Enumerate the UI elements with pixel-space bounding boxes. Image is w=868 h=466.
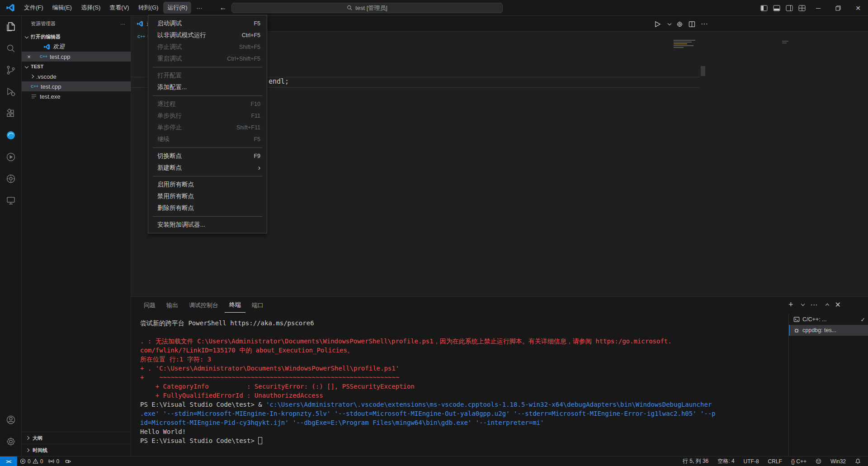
- terminal-output[interactable]: 尝试新的跨平台 PowerShell https://aka.ms/pscore…: [140, 319, 782, 445]
- sidebar-more-icon[interactable]: ···: [120, 21, 125, 27]
- cpp-file-icon: C++: [31, 84, 38, 89]
- menu-item[interactable]: 启用所有断点: [148, 179, 267, 190]
- panel-more-icon[interactable]: ···: [811, 301, 818, 309]
- menu-item: 停止调试Shift+F5: [148, 41, 267, 53]
- menu-edit[interactable]: 编辑(E): [48, 2, 76, 14]
- minimize-button[interactable]: ─: [808, 0, 828, 16]
- menu-item[interactable]: 切换断点F9: [148, 150, 267, 162]
- settings-gear-icon[interactable]: [0, 431, 21, 452]
- warning-triangle-icon: [33, 458, 38, 464]
- toggle-panel-icon[interactable]: [770, 2, 783, 14]
- menu-item-label: 添加配置...: [157, 83, 187, 91]
- terminal-item-cpp[interactable]: C/C++: ... ✓: [789, 314, 868, 325]
- terminal-item-cppdbg[interactable]: cppdbg: tes...: [789, 325, 868, 336]
- editor-scrollbar[interactable]: [701, 66, 705, 76]
- encoding-setting[interactable]: UTF-8: [741, 458, 762, 465]
- feedback-smiley-icon[interactable]: [813, 458, 824, 464]
- maximize-button[interactable]: [828, 0, 848, 16]
- menu-run[interactable]: 运行(R): [163, 2, 191, 14]
- remote-explorer-icon[interactable]: [0, 190, 21, 211]
- terminal-text: Hello World!: [140, 428, 186, 435]
- timeline-label: 时间线: [33, 447, 47, 454]
- run-file-icon[interactable]: [654, 21, 661, 28]
- account-icon[interactable]: [0, 409, 21, 431]
- run-and-debug-icon[interactable]: [0, 81, 21, 103]
- tree-item-vscode-folder[interactable]: .vscode: [22, 71, 131, 81]
- terminal-text: + . 'C:\Users\Administrator\Documents\Wi…: [140, 365, 399, 372]
- minimap[interactable]: [674, 40, 695, 49]
- menu-more-icon[interactable]: ···: [192, 3, 206, 13]
- terminal-line: + ~~~~~~~~~~~~~~~~~~~~~~~~~~~~~~~~~~~~~~…: [140, 373, 782, 382]
- notifications-bell-icon[interactable]: [852, 458, 863, 464]
- terminal-line: [140, 328, 782, 337]
- remote-indicator[interactable]: ><: [0, 456, 17, 466]
- back-arrow-icon[interactable]: ←: [215, 4, 231, 12]
- menu-item[interactable]: 启动调试F5: [148, 18, 267, 29]
- menu-item[interactable]: 禁用所有断点: [148, 190, 267, 202]
- menu-view[interactable]: 查看(V): [105, 2, 133, 14]
- tree-item-testexe[interactable]: test.exe: [22, 91, 131, 101]
- toggle-sidebar-icon[interactable]: [758, 2, 770, 14]
- tree-item-label: .vscode: [36, 73, 57, 80]
- close-panel-icon[interactable]: ✕: [835, 300, 841, 309]
- menu-item[interactable]: 以非调试模式运行Ctrl+F5: [148, 29, 267, 41]
- menu-go[interactable]: 转到(G): [134, 2, 163, 14]
- tools-extension-icon[interactable]: [0, 168, 21, 190]
- source-control-icon[interactable]: [0, 59, 21, 81]
- tab-ports[interactable]: 端口: [247, 298, 268, 313]
- tree-item-testcpp[interactable]: C++ test.cpp: [22, 81, 131, 91]
- editor-more-icon[interactable]: ···: [701, 20, 708, 28]
- cpp-file-icon: C++: [40, 54, 47, 59]
- outline-label: 大纲: [33, 435, 42, 442]
- tab-problems[interactable]: 问题: [139, 298, 160, 313]
- menu-item[interactable]: 新建断点›: [148, 162, 267, 174]
- menu-item-shortcut: F11: [251, 113, 260, 119]
- menu-item[interactable]: 安装附加调试器...: [148, 219, 267, 231]
- toggle-secondary-sidebar-icon[interactable]: [783, 2, 796, 14]
- menu-item[interactable]: 删除所有断点: [148, 202, 267, 214]
- cursor-position[interactable]: 行 5, 列 36: [680, 457, 711, 465]
- terminal-line: Hello World!: [140, 427, 782, 436]
- language-mode[interactable]: {} C++: [788, 458, 809, 465]
- problems-status[interactable]: 0 0: [17, 456, 46, 466]
- explorer-icon[interactable]: [0, 16, 21, 38]
- indentation-setting[interactable]: 空格: 4: [715, 457, 737, 465]
- build-target[interactable]: Win32: [828, 458, 849, 465]
- tab-debug-console[interactable]: 调试控制台: [184, 298, 223, 313]
- close-editor-icon[interactable]: ×: [25, 53, 33, 60]
- terminal-cursor: [258, 437, 262, 444]
- split-editor-icon[interactable]: [689, 21, 695, 28]
- close-window-button[interactable]: ✕: [848, 0, 868, 16]
- minimap-marks: [782, 41, 788, 44]
- menu-selection[interactable]: 选择(S): [77, 2, 104, 14]
- menu-file[interactable]: 文件(F): [20, 2, 47, 14]
- run-dropdown-icon[interactable]: [668, 21, 671, 25]
- search-icon[interactable]: [0, 38, 21, 59]
- folder-section[interactable]: TEST: [22, 62, 131, 71]
- open-editors-section[interactable]: 打开的编辑器: [22, 32, 131, 42]
- debug-settings-gear-icon[interactable]: [676, 21, 683, 28]
- extensions-icon[interactable]: [0, 103, 21, 124]
- new-terminal-icon[interactable]: +: [788, 300, 793, 309]
- menu-item-label: 单步停止: [157, 124, 182, 132]
- debug-launch-status[interactable]: [62, 456, 74, 466]
- outline-section[interactable]: 大纲: [22, 432, 131, 444]
- maximize-panel-icon[interactable]: [825, 304, 829, 307]
- menu-item: 继续F5: [148, 133, 267, 145]
- terminal-dropdown-icon[interactable]: [801, 302, 804, 306]
- menu-item-label: 单步执行: [157, 112, 182, 120]
- customize-layout-icon[interactable]: [796, 2, 808, 14]
- tab-terminal[interactable]: 终端: [225, 297, 245, 313]
- eol-setting[interactable]: CRLF: [765, 458, 785, 465]
- edge-tools-icon[interactable]: [0, 124, 21, 146]
- command-center-search[interactable]: test [管理员]: [231, 3, 503, 13]
- menu-item[interactable]: 添加配置...: [148, 81, 267, 93]
- open-editor-welcome[interactable]: 欢迎: [22, 42, 131, 52]
- open-editor-testcpp[interactable]: × C++ test.cpp: [22, 52, 131, 62]
- menu-item-label: 启用所有断点: [157, 181, 194, 189]
- timeline-section[interactable]: 时间线: [22, 444, 131, 456]
- ports-status[interactable]: 0: [46, 456, 62, 466]
- visible-code-text[interactable]: endl;: [269, 77, 289, 86]
- code-runner-icon[interactable]: [0, 146, 21, 168]
- tab-output[interactable]: 输出: [162, 298, 183, 313]
